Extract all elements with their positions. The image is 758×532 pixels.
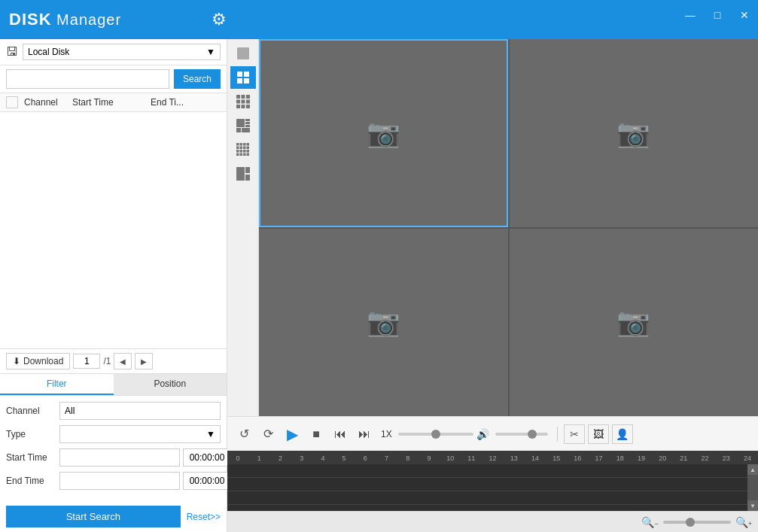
col-start-time: Start Time bbox=[72, 97, 148, 108]
ruler-tick: 7 bbox=[376, 454, 397, 462]
end-clock-input[interactable] bbox=[183, 472, 231, 490]
channel-input[interactable] bbox=[59, 402, 221, 420]
volume-slider[interactable] bbox=[495, 433, 548, 436]
clip-button[interactable]: ⟳ bbox=[257, 424, 279, 445]
zoom-bar: 🔍− 🔍+ bbox=[227, 511, 758, 532]
timeline-row-1 bbox=[227, 464, 758, 478]
replay-button[interactable]: ↺ bbox=[233, 424, 254, 445]
timeline-row-2 bbox=[227, 478, 758, 491]
end-date-input[interactable] bbox=[59, 472, 180, 490]
hdd-icon: 🖫 bbox=[6, 45, 18, 59]
start-search-button[interactable]: Start Search bbox=[6, 506, 181, 527]
page-input[interactable] bbox=[73, 354, 100, 369]
ruler-tick: 11 bbox=[461, 454, 482, 462]
timeline-scroll-down[interactable]: ▼ bbox=[747, 500, 758, 511]
end-time-row: End Time ▲ ▼ bbox=[6, 472, 221, 490]
settings-icon[interactable]: ⚙ bbox=[212, 10, 227, 29]
svg-rect-30 bbox=[239, 150, 242, 153]
step-back-button[interactable]: ⏮ bbox=[330, 424, 351, 445]
page-next-button[interactable]: ▶ bbox=[135, 353, 153, 369]
svg-rect-7 bbox=[246, 95, 250, 99]
svg-rect-2 bbox=[244, 71, 249, 77]
svg-rect-33 bbox=[236, 154, 239, 157]
zoom-in-button[interactable]: 🔍+ bbox=[735, 516, 752, 528]
tab-filter[interactable]: Filter bbox=[0, 374, 114, 395]
svg-rect-14 bbox=[236, 119, 245, 127]
svg-rect-20 bbox=[246, 128, 250, 132]
ruler-tick: 9 bbox=[419, 454, 440, 462]
scissors-button[interactable]: ✂ bbox=[564, 424, 585, 444]
search-bar: Search bbox=[0, 65, 227, 93]
divider-1 bbox=[557, 427, 558, 442]
source-label: Local Disk bbox=[28, 47, 69, 57]
person-button[interactable]: 👤 bbox=[612, 424, 633, 444]
layout-custom-button[interactable] bbox=[230, 163, 256, 185]
svg-rect-11 bbox=[236, 105, 240, 108]
speed-slider[interactable] bbox=[398, 433, 473, 436]
svg-rect-32 bbox=[246, 150, 249, 153]
step-fwd-button[interactable]: ⏭ bbox=[354, 424, 375, 445]
start-time-label: Start Time bbox=[6, 452, 55, 463]
layout-4x4-button[interactable] bbox=[230, 138, 256, 161]
timeline-area: 0123456789101112131415161718192021222324… bbox=[227, 451, 758, 511]
download-label: Download bbox=[23, 356, 63, 366]
play-button[interactable]: ▶ bbox=[282, 424, 303, 445]
svg-rect-18 bbox=[236, 128, 241, 132]
close-button[interactable]: ✕ bbox=[731, 3, 758, 27]
layout-3x3-button[interactable] bbox=[230, 90, 256, 113]
start-clock-input[interactable] bbox=[183, 448, 231, 467]
search-button[interactable]: Search bbox=[174, 69, 221, 89]
video-cell-3[interactable]: 📷 bbox=[259, 229, 508, 417]
svg-rect-25 bbox=[236, 147, 239, 150]
ruler-tick: 14 bbox=[525, 454, 546, 462]
restore-button[interactable]: □ bbox=[704, 3, 731, 27]
ruler-tick: 0 bbox=[227, 454, 248, 462]
titlebar: DISK Manager ⚙ — □ ✕ bbox=[0, 0, 758, 39]
ruler-tick: 10 bbox=[440, 454, 461, 462]
channel-row: Channel bbox=[6, 402, 221, 420]
type-arrow-icon: ▼ bbox=[206, 429, 215, 439]
svg-rect-6 bbox=[241, 95, 245, 99]
svg-rect-36 bbox=[246, 154, 249, 157]
table-scroll-area bbox=[0, 112, 227, 348]
reset-link[interactable]: Reset>> bbox=[187, 512, 221, 522]
svg-rect-28 bbox=[246, 147, 249, 150]
timeline-scroll-up[interactable]: ▲ bbox=[747, 464, 758, 475]
layout-1x1-button[interactable] bbox=[230, 42, 256, 65]
layout-2x2-button[interactable] bbox=[230, 66, 256, 89]
svg-rect-29 bbox=[236, 150, 239, 153]
end-time-group: ▲ ▼ bbox=[59, 472, 248, 490]
svg-rect-38 bbox=[245, 167, 250, 173]
camera-icon-4: 📷 bbox=[616, 306, 650, 338]
left-panel: 🖫 Local Disk ▼ Search Channel Start Time… bbox=[0, 39, 227, 532]
start-date-input[interactable] bbox=[59, 448, 180, 467]
zoom-slider[interactable] bbox=[663, 521, 731, 524]
video-cell-1[interactable]: 📷 bbox=[259, 39, 508, 227]
layout-1plus5-button[interactable] bbox=[230, 114, 256, 137]
minimize-button[interactable]: — bbox=[677, 3, 704, 27]
volume-icon[interactable]: 🔊 bbox=[476, 428, 489, 440]
type-dropdown[interactable]: ▼ bbox=[59, 425, 221, 443]
speed-label: 1X bbox=[381, 429, 392, 439]
source-dropdown[interactable]: Local Disk ▼ bbox=[23, 44, 221, 60]
tab-position[interactable]: Position bbox=[114, 374, 227, 395]
ruler-tick: 19 bbox=[631, 454, 652, 462]
search-input[interactable] bbox=[6, 69, 169, 89]
svg-rect-39 bbox=[245, 175, 250, 181]
timeline-tracks[interactable]: ▲ ▼ bbox=[227, 464, 758, 511]
screenshot-button[interactable]: 🖼 bbox=[588, 424, 609, 444]
stop-button[interactable]: ■ bbox=[306, 424, 327, 445]
table-body bbox=[0, 112, 227, 348]
ruler-tick: 3 bbox=[291, 454, 312, 462]
zoom-out-button[interactable]: 🔍− bbox=[641, 516, 658, 528]
col-channel: Channel bbox=[24, 97, 69, 108]
ruler-tick: 17 bbox=[588, 454, 609, 462]
select-all-checkbox[interactable] bbox=[6, 96, 18, 108]
svg-rect-0 bbox=[237, 47, 249, 59]
video-cell-4[interactable]: 📷 bbox=[510, 229, 759, 417]
ruler-tick: 5 bbox=[333, 454, 355, 462]
video-cell-2[interactable]: 📷 bbox=[510, 39, 759, 227]
download-button[interactable]: ⬇ Download bbox=[6, 353, 70, 369]
dropdown-arrow-icon: ▼ bbox=[206, 47, 215, 57]
page-prev-button[interactable]: ◀ bbox=[114, 353, 132, 369]
